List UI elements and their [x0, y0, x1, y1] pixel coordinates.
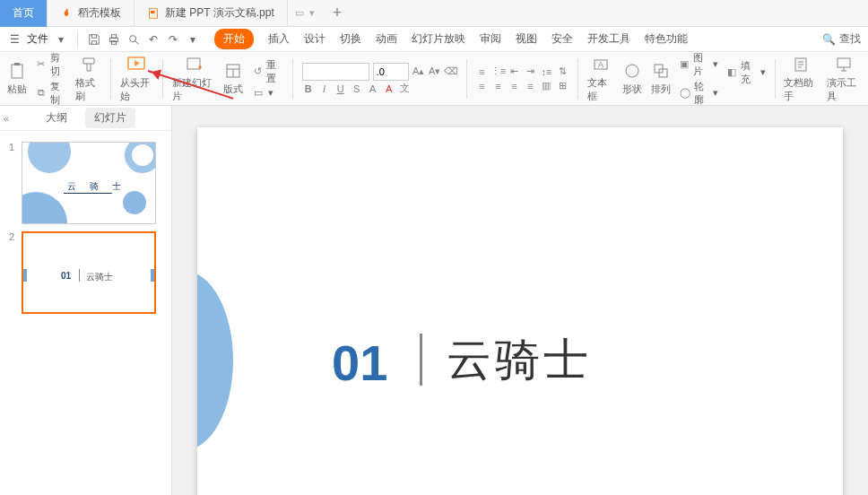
section-button[interactable]: ▭▾ — [252, 87, 282, 100]
shape-icon — [622, 61, 642, 81]
menu-tab-features[interactable]: 特色功能 — [645, 31, 688, 47]
tab-shell[interactable]: 稻壳模板 — [48, 0, 135, 27]
strike-icon[interactable]: S — [351, 82, 363, 95]
dropdown-icon[interactable]: ▾ — [309, 7, 315, 19]
helper-icon — [791, 55, 811, 74]
text-direction-icon[interactable]: ⇅ — [556, 65, 569, 78]
menu-tab-review[interactable]: 审阅 — [480, 31, 501, 47]
align-center-icon[interactable]: ≡ — [491, 80, 504, 92]
brush-icon — [79, 55, 99, 74]
slide-thumb-1[interactable]: 云 骑 士 — [22, 142, 156, 224]
collapse-icon[interactable]: « — [4, 113, 9, 124]
menu-tab-insert[interactable]: 插入 — [268, 31, 290, 47]
save-icon[interactable] — [87, 32, 101, 47]
font-color-icon[interactable]: A — [383, 82, 395, 95]
fill-icon: ◧ — [727, 66, 737, 79]
new-slide-button[interactable]: 新建幻灯片 — [172, 55, 214, 103]
menu-tab-security[interactable]: 安全 — [551, 31, 573, 47]
doc-helper-button[interactable]: 文档助手 — [784, 55, 818, 103]
menu-icon[interactable]: ☰ — [7, 32, 22, 47]
align-left-icon[interactable]: ≡ — [475, 80, 488, 92]
menu-tab-transition[interactable]: 切换 — [340, 31, 361, 47]
cut-icon: ✂ — [36, 58, 47, 71]
thumb-number: 1 — [9, 142, 16, 152]
chevron-down-icon[interactable]: ▾ — [186, 32, 200, 47]
slide-panel: « 大纲 幻灯片 1 云 骑 士 2 01 云骑士 — [0, 106, 172, 495]
columns-icon[interactable]: ▥ — [540, 80, 552, 92]
play-from-start-button[interactable]: 从头开始 — [120, 55, 154, 103]
align-justify-icon[interactable]: ≡ — [524, 80, 536, 92]
workspace: « 大纲 幻灯片 1 云 骑 士 2 01 云骑士 — [0, 106, 868, 495]
menu-tab-design[interactable]: 设计 — [304, 31, 326, 47]
highlight-icon[interactable]: A — [367, 82, 379, 95]
window-icon[interactable]: ▭ — [295, 7, 304, 19]
indent-dec-icon[interactable]: ⇤ — [508, 65, 520, 78]
font-size-select[interactable] — [373, 63, 409, 81]
effects-icon[interactable]: 文 — [399, 82, 412, 95]
menu-tab-start[interactable]: 开始 — [214, 29, 254, 49]
chevron-down-icon[interactable]: ▾ — [54, 32, 68, 47]
file-menu[interactable]: 文件 — [27, 31, 48, 47]
arrange-button[interactable]: 排列 — [651, 61, 671, 96]
outline-icon: ◯ — [680, 87, 690, 100]
undo-icon[interactable]: ↶ — [146, 32, 161, 47]
menu-tab-animation[interactable]: 动画 — [376, 31, 397, 47]
layout-button[interactable]: 版式 — [223, 61, 243, 96]
slide-title-text: 云骑士 — [447, 330, 592, 390]
present-icon — [834, 55, 854, 74]
flame-icon — [60, 7, 73, 20]
underline-icon[interactable]: U — [334, 82, 347, 95]
preview-icon[interactable] — [126, 32, 141, 47]
cut-button[interactable]: ✂剪切 — [36, 51, 66, 78]
line-spacing-icon[interactable]: ↕≡ — [540, 65, 552, 78]
paste-icon — [7, 61, 27, 81]
format-painter-button[interactable]: 格式刷 — [75, 55, 100, 103]
decor-circle — [197, 271, 233, 450]
menu-tab-devtools[interactable]: 开发工具 — [587, 31, 630, 47]
outline-tab[interactable]: 大纲 — [37, 108, 76, 128]
redo-icon[interactable]: ↷ — [166, 32, 180, 47]
reset-icon: ↺ — [252, 65, 263, 78]
slides-tab[interactable]: 幻灯片 — [85, 108, 135, 128]
clear-format-icon[interactable]: ⌫ — [445, 65, 457, 78]
picture-button[interactable]: ▣图片▾ — [680, 51, 718, 78]
copy-button[interactable]: ⧉复制 — [36, 80, 66, 107]
increase-font-icon[interactable]: A▴ — [412, 65, 425, 78]
shape-button[interactable]: 形状 — [622, 61, 642, 96]
align-dist-icon[interactable]: ⊞ — [556, 80, 569, 92]
svg-rect-7 — [14, 63, 20, 65]
italic-icon[interactable]: I — [318, 82, 331, 95]
menu-bar: ☰ 文件 ▾ ↶ ↷ ▾ 开始 插入 设计 切换 动画 幻灯片放映 审阅 视图 … — [0, 27, 868, 52]
slide-thumb-2[interactable]: 01 云骑士 — [22, 231, 156, 314]
slide-canvas[interactable]: 01 云骑士 — [197, 127, 843, 495]
tab-add[interactable]: + — [322, 0, 353, 27]
tab-home[interactable]: 首页 — [0, 0, 48, 27]
align-right-icon[interactable]: ≡ — [508, 80, 520, 92]
print-icon[interactable] — [107, 32, 121, 47]
present-tools-button[interactable]: 演示工具 — [827, 55, 861, 103]
search-button[interactable]: 🔍 查找 — [822, 31, 861, 47]
doc-window-icons: ▭ ▾ — [288, 7, 322, 19]
menu-tab-slideshow[interactable]: 幻灯片放映 — [412, 31, 465, 47]
bullets-icon[interactable]: ≡ — [475, 65, 488, 78]
new-slide-icon — [184, 55, 204, 74]
outline-button[interactable]: ◯轮廓▾ — [680, 80, 718, 107]
numbering-icon[interactable]: ⋮≡ — [491, 65, 504, 78]
title-tabs: 首页 稻壳模板 新建 PPT 演示文稿.ppt ▭ ▾ + — [0, 0, 868, 27]
indent-inc-icon[interactable]: ⇥ — [524, 65, 536, 78]
reset-button[interactable]: ↺重置 — [252, 58, 282, 85]
search-icon: 🔍 — [822, 33, 836, 46]
font-select[interactable] — [302, 63, 369, 81]
menu-tab-view[interactable]: 视图 — [516, 31, 537, 47]
bold-icon[interactable]: B — [302, 82, 315, 95]
tab-document[interactable]: 新建 PPT 演示文稿.ppt — [135, 0, 288, 27]
svg-rect-6 — [12, 65, 22, 78]
decrease-font-icon[interactable]: A▾ — [429, 65, 441, 78]
textbox-icon: A — [591, 55, 611, 74]
svg-rect-17 — [838, 58, 850, 67]
paste-button[interactable]: 粘贴 — [7, 61, 27, 96]
fill-button[interactable]: ◧填充▾ — [727, 59, 766, 86]
thumb-number: 2 — [9, 231, 16, 242]
svg-rect-9 — [187, 58, 200, 69]
textbox-button[interactable]: A 文本框 — [587, 55, 612, 103]
